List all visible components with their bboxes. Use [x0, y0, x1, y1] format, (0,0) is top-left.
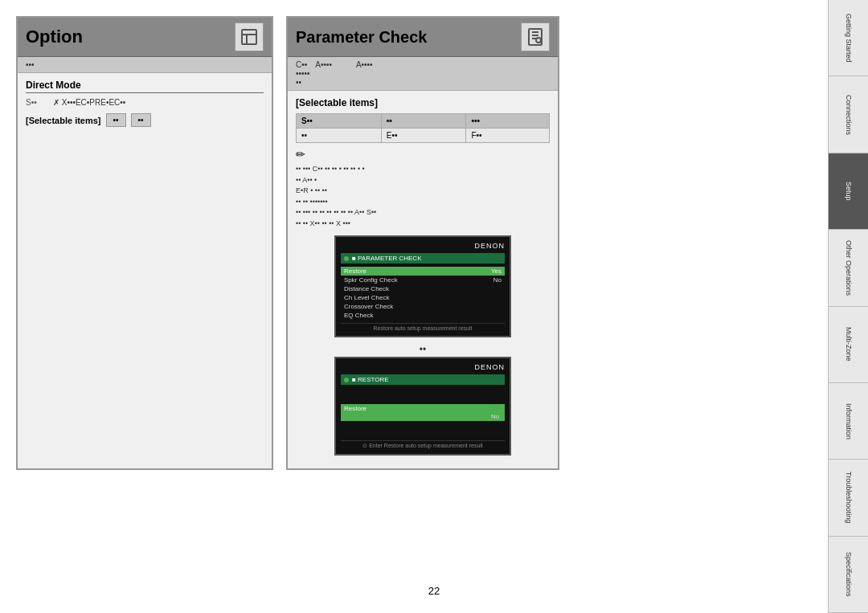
pencil-icon: ✏ — [296, 148, 550, 161]
screen2-row-label: Restore — [344, 405, 366, 420]
screen1-title: ■ PARAMETER CHECK — [352, 255, 421, 262]
param-table-h3: ••• — [466, 114, 550, 129]
screen2-green-dot — [344, 378, 349, 382]
screen1-row-spkr-label: Spkr Config Check — [344, 276, 398, 284]
param-text-line5: •• ••• •• •• •• •• •• •• A•• S•• — [296, 207, 550, 219]
screen1-mockup: DENON ■ PARAMETER CHECK Restore Yes Spkr… — [334, 235, 511, 337]
right-sidebar: Getting Started Connections Setup Other … — [828, 0, 868, 613]
param-text-line3: E•R • •• •• — [296, 186, 550, 197]
screen2-selected-row: Restore Yes No — [341, 404, 505, 421]
screen1-row-eq-label: EQ Check — [344, 312, 373, 319]
screen2-mockup: DENON ■ RESTORE Restore Yes No ⊙ Enter — [334, 357, 511, 456]
sidebar-item-troubleshooting[interactable]: Troubleshooting — [829, 460, 868, 536]
main-content: Option ••• Direct Mode S•• ✗ X•••EC•PRE•… — [0, 0, 788, 486]
param-sub-label3: •• — [296, 78, 301, 87]
direct-mode-title: Direct Mode — [26, 80, 264, 93]
screen1-row-val: Yes — [491, 268, 502, 275]
param-panel: Parameter Check C•• A•••• A•••• ••••• • — [286, 16, 559, 470]
param-selectable-title: [Selectable items] — [296, 97, 550, 108]
option-header: Option — [18, 18, 272, 57]
screen1-row-cross: Crossover Check — [341, 302, 505, 311]
option-panel: Option ••• Direct Mode S•• ✗ X•••EC•PRE•… — [16, 16, 273, 470]
param-table-h1: S•• — [297, 114, 382, 129]
page-number: 22 — [428, 585, 440, 597]
screen2-brand: DENON — [474, 363, 505, 371]
option-sub-header: ••• — [18, 57, 272, 73]
screen1-selected-row: Restore Yes — [341, 267, 505, 276]
sidebar-item-information[interactable]: Information — [829, 383, 868, 460]
param-text-line4: •• •• ••••••• — [296, 197, 550, 208]
param-text-line6: •• •• X•• •• •• X ••• — [296, 219, 550, 230]
option-sub-text: ••• — [26, 60, 35, 69]
option-selectable-row: [Selectable items] •• •• — [26, 113, 264, 127]
screen2-footer-icon: ⊙ Enter — [362, 443, 383, 448]
sidebar-item-other-operations[interactable]: Other Operations — [829, 230, 868, 306]
screen1-green-dot — [344, 256, 349, 261]
option-btn2[interactable]: •• — [131, 113, 151, 127]
screen1-row-ch: Ch Level Check — [341, 293, 505, 302]
screen2-val-yes: Yes — [491, 405, 502, 412]
screen1-row-cross-label: Crossover Check — [344, 303, 393, 310]
screen1-header: DENON — [341, 242, 505, 250]
svg-rect-0 — [242, 30, 256, 44]
param-sub-label2: ••••• — [296, 69, 310, 78]
sidebar-item-connections[interactable]: Connections — [829, 76, 868, 153]
param-sub-header: C•• A•••• A•••• ••••• •• — [288, 57, 558, 91]
screen1-row-spkr-val: No — [493, 276, 502, 284]
screen2-val-no: No — [491, 413, 502, 420]
screen1-row-dist: Distance Check — [341, 284, 505, 293]
screen1-brand: DENON — [474, 242, 505, 250]
param-sub-val1: A•••• — [315, 60, 332, 69]
param-title: Parameter Check — [296, 28, 427, 47]
param-text-block: •• ••• C•• •• •• • •• •• • • •• A•• • E•… — [296, 164, 550, 229]
sidebar-item-getting-started[interactable]: Getting Started — [829, 0, 868, 76]
param-table-r2c2: E•• — [381, 129, 466, 143]
param-header: Parameter Check — [288, 18, 558, 57]
screen2-footer-text: Restore auto setup measurement result — [384, 443, 483, 448]
option-header-icon — [235, 22, 264, 51]
param-sub-row2: ••••• — [296, 69, 550, 78]
sidebar-item-setup[interactable]: Setup — [829, 153, 868, 230]
option-body: Direct Mode S•• ✗ X•••EC•PRE•EC•• [Selec… — [18, 73, 272, 133]
param-table: S•• •• ••• •• E•• F•• — [296, 113, 550, 143]
screen1-row-label: Restore — [344, 268, 366, 275]
screen2-title-bar: ■ RESTORE — [341, 374, 505, 385]
param-table-r2c3: F•• — [466, 129, 550, 143]
param-body: [Selectable items] S•• •• ••• •• E•• F••… — [288, 91, 558, 468]
sidebar-item-specifications[interactable]: Specifications — [829, 537, 868, 613]
screen2-header: DENON — [341, 363, 505, 371]
screen1-footer: Restore auto setup measurement result — [341, 323, 505, 331]
screen1-title-bar: ■ PARAMETER CHECK — [341, 253, 505, 264]
param-sub-row3: •• — [296, 78, 550, 87]
screen1-row-ch-label: Ch Level Check — [344, 294, 389, 301]
param-sub-val1b: A•••• — [356, 60, 373, 69]
screen2-footer: ⊙ Enter Restore auto setup measurement r… — [341, 440, 505, 449]
screen2-title: ■ RESTORE — [352, 376, 389, 383]
direct-mode-row: S•• ✗ X•••EC•PRE•EC•• — [26, 98, 264, 107]
param-sub-label1: C•• — [296, 60, 307, 69]
param-header-icon — [521, 22, 550, 51]
param-text-line2: •• A•• • — [296, 175, 550, 186]
screen1-row-eq: EQ Check — [341, 311, 505, 320]
param-table-h2: •• — [381, 114, 466, 129]
screen1-row-spkr: Spkr Config Check No — [341, 276, 505, 284]
param-table-r2c1: •• — [297, 129, 382, 143]
option-title: Option — [26, 27, 83, 47]
param-sub-row1: C•• A•••• A•••• — [296, 60, 550, 69]
option-selectable-label: [Selectable items] — [26, 116, 101, 125]
param-text-line1: •• ••• C•• •• •• • •• •• • • — [296, 164, 550, 175]
direct-mode-status-label: S•• — [26, 98, 50, 107]
between-screens-arrow: •• — [296, 344, 550, 355]
screen1-row-dist-label: Distance Check — [344, 285, 389, 292]
sidebar-item-multi-zone[interactable]: Multi-Zone — [829, 307, 868, 383]
direct-mode-status-value: ✗ X•••EC•PRE•EC•• — [53, 98, 125, 107]
option-btn1[interactable]: •• — [106, 113, 126, 127]
